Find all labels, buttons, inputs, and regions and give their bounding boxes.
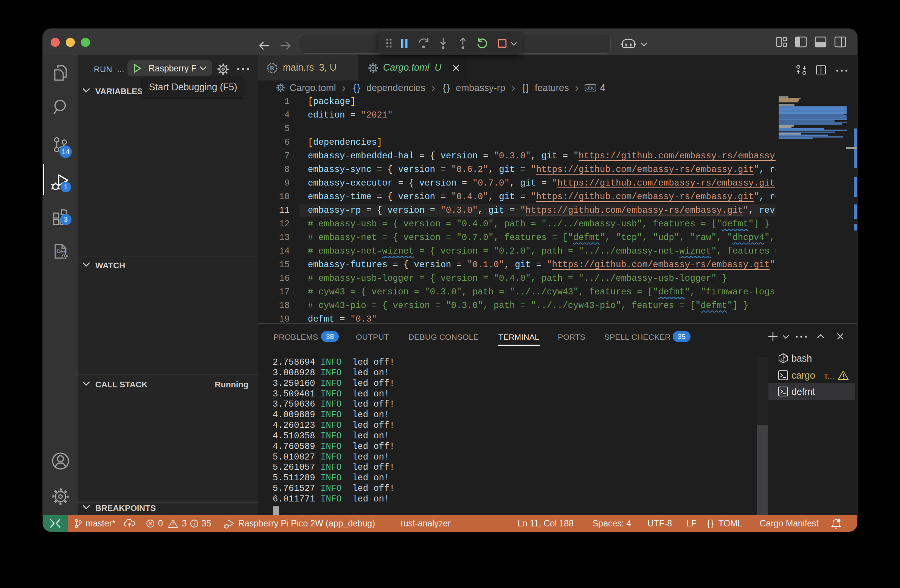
svg-text:$: $ — [781, 358, 783, 362]
svg-text:R: R — [270, 65, 275, 72]
